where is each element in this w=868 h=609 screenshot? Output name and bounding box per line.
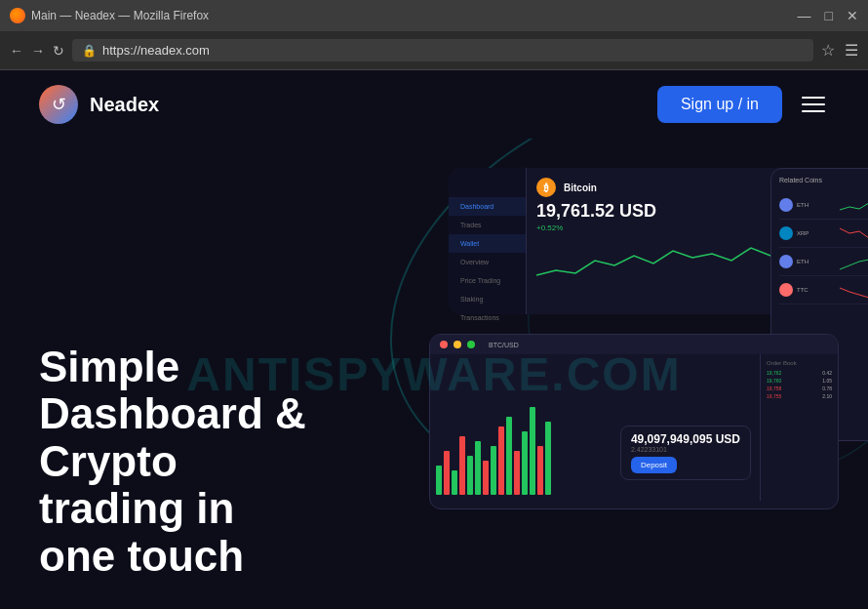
orderbook-title: Order Book — [767, 360, 832, 366]
candle-13 — [530, 407, 535, 495]
menu-line-2 — [802, 103, 825, 105]
menu-line-1 — [802, 97, 825, 99]
url-text: https://neadex.com — [102, 43, 210, 58]
sidebar-item-transactions[interactable]: Transactions — [449, 308, 526, 327]
hero-title-line5: one touch — [39, 532, 244, 580]
header-right: Sign up / in — [657, 86, 829, 123]
order-book: Order Book 19,762 0.42 19,760 1.05 19,75… — [760, 354, 838, 501]
btc-icon: ₿ — [536, 178, 556, 197]
hero-title-line1: Simple — [39, 343, 179, 390]
firefox-logo — [10, 8, 25, 23]
hero-title-line2: Dashboard & — [39, 389, 306, 437]
refresh-icon[interactable]: ↻ — [53, 43, 64, 59]
sidebar-item-trades[interactable]: Trades — [449, 216, 526, 234]
candle-11 — [514, 451, 520, 495]
candle-12 — [522, 431, 528, 495]
eth-chart — [840, 195, 868, 215]
coin-item-xrp: XRP — [779, 220, 868, 248]
sidebar-item-staking[interactable]: Staking — [449, 290, 526, 308]
hero-section: ANTISPYWARE.COM Simple Dashboard & Crypt… — [0, 139, 868, 609]
ob-price-1: 19,762 — [767, 370, 781, 376]
ob-price-3: 19,758 — [767, 386, 781, 391]
sidebar-item-overview[interactable]: Overview — [449, 253, 526, 271]
xrp-icon — [779, 226, 793, 240]
coin-item-eth2: ETH — [779, 248, 868, 276]
dot-red — [440, 341, 448, 348]
candle-2 — [444, 451, 450, 495]
ob-amt-1: 0.42 — [822, 370, 832, 376]
website-content: ↺ Neadex Sign up / in ANTISPYWARE.COM Si… — [0, 70, 868, 609]
logo-icon: ↺ — [39, 85, 78, 124]
candle-9 — [498, 426, 504, 495]
forward-icon[interactable]: → — [31, 43, 45, 59]
btc-header: ₿ Bitcoin — [536, 178, 790, 197]
candle-10 — [506, 417, 512, 495]
candle-3 — [452, 470, 457, 495]
ob-row-2: 19,760 1.05 — [767, 378, 832, 384]
amount-btc: 2.42233101 — [631, 446, 740, 453]
eth2-icon — [779, 255, 793, 268]
minimize-button[interactable]: — — [798, 8, 811, 23]
ob-row-1: 19,762 0.42 — [767, 370, 832, 376]
address-bar[interactable]: 🔒 https://neadex.com — [72, 39, 813, 61]
candle-15 — [545, 422, 551, 495]
ob-row-4: 19,755 2.10 — [767, 393, 832, 399]
ob-row-3: 19,758 0.78 — [767, 386, 832, 391]
trading-panel: BTC/USD — [429, 334, 839, 509]
sidebar-item-price-trading[interactable]: Price Trading — [449, 271, 526, 290]
btc-change: +0.52% — [536, 223, 790, 232]
maximize-button[interactable]: □ — [825, 8, 833, 23]
candle-7 — [483, 461, 489, 495]
candle-1 — [436, 466, 442, 495]
logo-area: ↺ Neadex — [39, 85, 159, 124]
trading-header: BTC/USD — [430, 335, 838, 354]
site-header: ↺ Neadex Sign up / in — [0, 70, 868, 139]
hero-title-line3: Crypto — [39, 437, 178, 485]
related-title: Related Coins — [779, 177, 868, 183]
btc-name: Bitcoin — [564, 183, 597, 193]
ob-amt-4: 2.10 — [822, 393, 832, 399]
back-icon[interactable]: ← — [10, 43, 23, 59]
dashboard-mockup: Dashboard Trades Wallet Overview Price T… — [380, 158, 868, 509]
candle-6 — [475, 441, 481, 495]
title-bar: Main — Neadex — Mozilla Firefox — □ ✕ — [0, 0, 868, 31]
lock-icon: 🔒 — [82, 44, 97, 58]
title-bar-left: Main — Neadex — Mozilla Firefox — [10, 8, 209, 23]
ob-price-4: 19,755 — [767, 393, 781, 399]
close-button[interactable]: ✕ — [847, 8, 858, 23]
menu-icon[interactable]: ☰ — [845, 41, 858, 60]
btc-price: 19,761.52 USD — [536, 201, 790, 222]
signup-button[interactable]: Sign up / in — [657, 86, 782, 123]
eth-icon — [779, 198, 793, 212]
btc-chart — [536, 236, 790, 285]
eth2-chart — [840, 252, 868, 271]
candle-14 — [537, 446, 543, 495]
deposit-button[interactable]: Deposit — [631, 457, 677, 473]
ttc-icon — [779, 283, 793, 297]
ob-amt-2: 1.05 — [822, 378, 832, 384]
hero-title-line4: trading in — [39, 484, 234, 532]
page-title: Main — Neadex — Mozilla Firefox — [31, 9, 209, 22]
hero-title: Simple Dashboard & Crypto trading in one… — [39, 344, 306, 580]
navigation-bar: ← → ↻ 🔒 https://neadex.com ☆ ☰ — [0, 31, 868, 70]
nav-icons: ← → ↻ — [10, 43, 64, 59]
logo-text: Neadex — [90, 94, 159, 116]
btc-content-panel: ₿ Bitcoin 19,761.52 USD +0.52% — [527, 168, 800, 314]
candle-4 — [459, 436, 465, 495]
ob-price-2: 19,760 — [767, 378, 781, 384]
bookmark-icon[interactable]: ☆ — [821, 41, 835, 60]
hamburger-menu[interactable] — [798, 93, 829, 116]
sidebar-item-dashboard[interactable]: Dashboard — [449, 197, 526, 216]
ob-amt-3: 0.78 — [822, 386, 832, 391]
ttc-chart — [840, 280, 868, 300]
sidebar-item-wallet[interactable]: Wallet — [449, 234, 526, 253]
nav-right: ☆ ☰ — [821, 41, 858, 60]
menu-line-3 — [802, 110, 825, 112]
amount-display: 49,097,949,095 USD 2.42233101 Deposit — [620, 426, 751, 480]
dot-green — [467, 341, 475, 348]
xrp-chart — [840, 223, 868, 243]
dashboard-sidebar: Dashboard Trades Wallet Overview Price T… — [449, 168, 527, 314]
candle-8 — [491, 446, 496, 495]
dot-yellow — [454, 341, 461, 348]
coin-item-ttc: TTC — [779, 276, 868, 304]
